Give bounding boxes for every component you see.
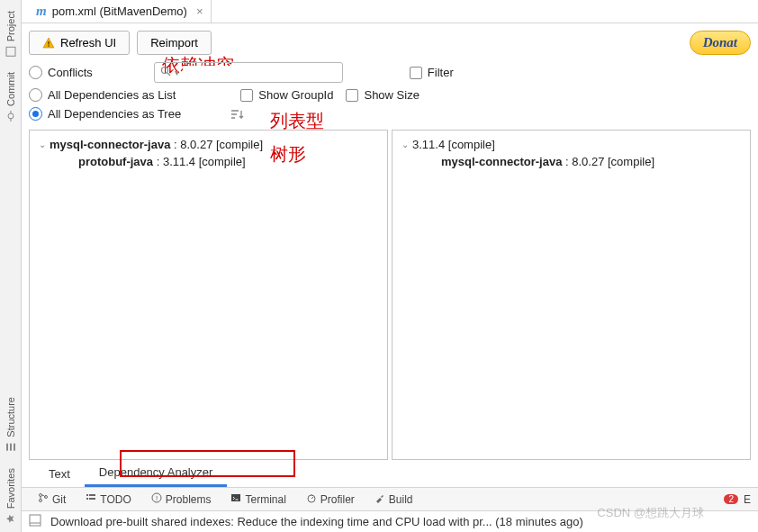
donate-label: Donat [703,35,737,50]
terminal-icon [230,492,241,506]
tree-panel-left[interactable]: ⌄mysql-connector-java : 8.0.27 [compile]… [29,130,388,460]
svg-rect-5 [10,444,12,451]
tree-row[interactable]: ⌄mysql-connector-java : 8.0.27 [compile] [33,136,384,153]
chevron-down-icon: ⌄ [400,140,411,149]
svg-rect-16 [89,494,95,496]
content-area: m pom.xml (BitMavenDemo) × Refresh UI Re… [22,0,758,532]
search-input[interactable] [183,66,337,79]
analyzer-toolbar: Refresh UI Reimport Donat [22,23,758,62]
checkbox-filter-label: Filter [428,66,454,79]
radio-conflicts[interactable]: Conflicts [29,66,93,79]
svg-point-9 [161,68,167,74]
chevron-down-icon: ⌄ [37,140,48,149]
status-bar: Download pre-built shared indexes: Reduc… [22,510,758,532]
tool-terminal-label: Terminal [245,493,285,506]
project-icon [5,45,17,58]
radio-conflicts-label: Conflicts [48,66,93,79]
donate-button[interactable]: Donat [690,31,751,55]
svg-rect-7 [48,41,49,45]
profiler-icon [306,492,317,506]
filter-row-2: All Dependencies as List Show GroupId Sh… [22,88,758,107]
tool-todo[interactable]: TODO [77,488,140,510]
sort-icon[interactable] [230,108,244,121]
svg-rect-15 [86,498,88,500]
layout-icon[interactable] [29,514,41,529]
status-message: Download pre-built shared indexes: Reduc… [50,515,583,528]
artifact-label: mysql-connector-java : 8.0.27 [compile] [50,138,263,151]
tab-text[interactable]: Text [34,462,85,486]
reimport-label: Reimport [150,36,198,50]
tool-todo-label: TODO [100,493,131,506]
warning-icon [42,37,55,50]
bottom-toolwindow-bar: Git TODO ! Problems Terminal Profiler Bu… [22,487,758,510]
radio-all-list-label: All Dependencies as List [48,88,176,102]
file-tab-pom[interactable]: m pom.xml (BitMavenDemo) × [29,0,212,23]
svg-line-22 [311,497,313,499]
filter-row-3: All Dependencies as Tree [22,107,758,126]
artifact-label: 3.11.4 [compile] [412,138,495,151]
radio-all-list[interactable]: All Dependencies as List [29,88,176,102]
svg-point-12 [40,500,42,502]
refresh-ui-button[interactable]: Refresh UI [29,31,130,55]
hammer-icon [374,492,385,506]
git-branch-icon [38,492,49,506]
artifact-label: protobuf-java : 3.11.4 [compile] [78,155,246,168]
filter-row-1: Conflicts ▾ Filter [22,62,758,88]
checkbox-show-groupid[interactable]: Show GroupId [240,88,333,102]
tool-profiler[interactable]: Profiler [297,488,364,510]
svg-point-11 [40,494,42,497]
tool-git[interactable]: Git [29,488,75,510]
rail-commit[interactable]: Commit [5,65,17,130]
rail-favorites[interactable]: Favorites [5,461,17,532]
rail-favorites-label: Favorites [5,468,16,509]
rail-commit-label: Commit [5,72,16,106]
checkbox-show-size[interactable]: Show Size [346,88,419,102]
tree-row[interactable]: ⌄3.11.4 [compile] [396,136,746,153]
tool-problems-label: Problems [166,493,212,506]
svg-rect-6 [14,444,15,451]
extra-indicator: E [744,493,751,506]
checkbox-show-groupid-label: Show GroupId [258,88,333,102]
reimport-button[interactable]: Reimport [137,31,212,55]
tree-panel-right[interactable]: ⌄3.11.4 [compile]mysql-connector-java : … [392,130,751,460]
radio-all-tree[interactable]: All Dependencies as Tree [29,107,181,121]
dependency-trees: ⌄mysql-connector-java : 8.0.27 [compile]… [29,130,751,460]
svg-line-10 [167,73,170,76]
editor-bottom-tabs: Text Dependency Analyzer [22,460,758,487]
error-icon: ! [151,492,162,506]
tree-row[interactable]: mysql-connector-java : 8.0.27 [compile] [396,153,746,170]
rail-structure[interactable]: Structure [5,390,17,461]
maven-file-icon: m [36,4,47,19]
svg-text:!: ! [156,494,158,502]
editor-tab-bar: m pom.xml (BitMavenDemo) × [22,0,758,23]
rail-project-label: Project [5,11,16,41]
tool-problems[interactable]: ! Problems [142,488,221,510]
tree-row[interactable]: protobuf-java : 3.11.4 [compile] [33,153,384,170]
rail-structure-label: Structure [5,397,16,437]
search-input-wrap[interactable]: ▾ [154,62,343,83]
left-tool-rail: Project Commit Structure Favorites [0,0,22,532]
svg-rect-20 [231,494,240,501]
tool-git-label: Git [52,493,66,506]
tab-dependency-analyzer[interactable]: Dependency Analyzer [85,460,227,487]
svg-point-1 [8,113,14,119]
svg-rect-0 [6,47,15,56]
tool-profiler-label: Profiler [320,493,355,506]
svg-rect-17 [89,498,95,500]
radio-all-tree-label: All Dependencies as Tree [48,107,181,121]
svg-rect-8 [48,45,49,46]
svg-rect-24 [30,515,41,526]
chevron-down-icon[interactable]: ▾ [175,68,179,77]
structure-icon [5,441,17,454]
checkbox-filter[interactable]: Filter [410,66,454,79]
tool-terminal[interactable]: Terminal [221,488,294,510]
file-tab-label: pom.xml (BitMavenDemo) [52,5,187,18]
close-icon[interactable]: × [196,5,203,18]
notification-badge[interactable]: 2 [724,494,738,504]
tool-build-label: Build [389,493,413,506]
artifact-label: mysql-connector-java : 8.0.27 [compile] [441,155,654,168]
svg-rect-14 [86,494,88,496]
commit-icon [5,110,17,122]
rail-project[interactable]: Project [5,4,17,65]
tool-build[interactable]: Build [365,488,422,510]
